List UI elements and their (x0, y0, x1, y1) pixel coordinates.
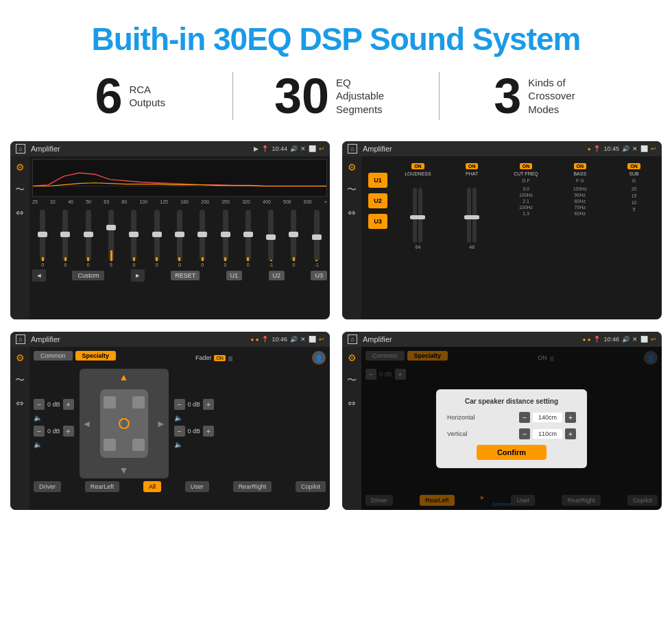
volume-icon-dialog[interactable]: 🔊 (622, 336, 629, 343)
screen-icon[interactable]: ⬜ (309, 145, 316, 152)
eq-slider-10[interactable]: 0 (245, 210, 251, 267)
confirm-button[interactable]: Confirm (477, 445, 547, 460)
home-icon-amp[interactable]: ⌂ (348, 144, 357, 154)
db-minus-fr[interactable]: − (174, 399, 185, 410)
play-icon[interactable]: ▶ (254, 145, 259, 152)
expand-icon-fader[interactable]: ⇔ (16, 398, 24, 409)
user-btn[interactable]: User (185, 481, 209, 492)
arrow-more-icon[interactable]: » (324, 199, 327, 204)
eq-slider-5[interactable]: 0 (131, 210, 136, 267)
back-icon-fader[interactable]: ↩ (319, 336, 324, 343)
copilot-btn[interactable]: Copilot (296, 481, 326, 492)
eq-slider-8[interactable]: 0 (200, 210, 205, 267)
on-badge-loudness: ON (411, 163, 424, 169)
db-plus-rr[interactable]: + (203, 426, 214, 437)
driver-btn[interactable]: Driver (34, 481, 61, 492)
db-minus-fl[interactable]: − (34, 399, 45, 410)
eq-custom-btn[interactable]: Custom (72, 271, 104, 280)
home-icon[interactable]: ⌂ (16, 144, 25, 154)
db-control-rl: − 0 dB + (34, 426, 74, 437)
eq-slider-4[interactable]: 5 (108, 210, 114, 267)
eq-icon-amp[interactable]: ⚙ (348, 162, 357, 173)
u2-btn[interactable]: U2 (368, 193, 387, 208)
close-icon-amp[interactable]: ✕ (632, 145, 638, 152)
eq-u3-btn[interactable]: U3 (311, 271, 327, 280)
dialog-screen-title: Amplifier (363, 335, 580, 343)
db-plus-rl[interactable]: + (63, 426, 74, 437)
eq-slider-3[interactable]: 0 (86, 210, 91, 267)
back-icon-amp[interactable]: ↩ (651, 145, 656, 152)
horizontal-plus-btn[interactable]: + (565, 412, 576, 423)
screen-icon-dialog[interactable]: ⬜ (640, 336, 648, 343)
home-icon-dialog[interactable]: ⌂ (348, 334, 357, 344)
wave-icon-dialog[interactable]: 〜 (347, 374, 357, 387)
amp-sidebar: ⚙ 〜 ⇔ (342, 156, 361, 319)
eq-slider-1[interactable]: 0 (40, 210, 45, 267)
wave-icon[interactable]: 〜 (15, 184, 25, 196)
db-minus-rr[interactable]: − (174, 426, 185, 437)
eq-icon-dialog[interactable]: ⚙ (348, 352, 357, 363)
eq-slider-13[interactable]: -1 (314, 210, 320, 267)
eq-u1-btn[interactable]: U1 (226, 271, 243, 280)
arrow-right[interactable]: ► (156, 418, 166, 429)
eq-status-bar: ⌂ Amplifier ▶ 📍 10:44 🔊 ✕ ⬜ ↩ (10, 141, 330, 156)
close-icon-dialog[interactable]: ✕ (632, 336, 638, 343)
eq-slider-6[interactable]: 0 (154, 210, 160, 267)
eq-slider-9[interactable]: 0 (223, 210, 228, 267)
eq-back-btn[interactable]: ◄ (32, 269, 46, 282)
eq-u2-btn[interactable]: U2 (269, 271, 285, 280)
arrow-up[interactable]: ▲ (119, 371, 129, 382)
eq-slider-11[interactable]: -1 (268, 210, 274, 267)
close-icon-fader[interactable]: ✕ (300, 336, 306, 343)
amp-content-wrap: ⚙ 〜 ⇔ U1 U2 U3 ON LOUDNESS (342, 156, 662, 319)
close-icon[interactable]: ✕ (300, 145, 306, 152)
tab-specialty[interactable]: Specialty (75, 351, 117, 361)
db-minus-rl[interactable]: − (34, 426, 45, 437)
eq-icon[interactable]: ⚙ (16, 162, 25, 173)
db-plus-fl[interactable]: + (63, 399, 74, 410)
eq-icon-fader[interactable]: ⚙ (16, 352, 25, 363)
expand-icon[interactable]: ⇔ (16, 207, 24, 218)
arrow-down[interactable]: ▼ (119, 465, 129, 476)
eq-slider-7[interactable]: 0 (177, 210, 182, 267)
wave-icon-fader[interactable]: 〜 (15, 374, 25, 387)
tab-common[interactable]: Common (34, 351, 73, 361)
back-icon-dialog[interactable]: ↩ (651, 336, 656, 343)
volume-icon-fader[interactable]: 🔊 (290, 336, 298, 343)
db-plus-fr[interactable]: + (203, 399, 214, 410)
fader-screen: ⌂ Amplifier ● ● 📍 10:46 🔊 ✕ ⬜ ↩ ⚙ 〜 ⇔ (10, 332, 330, 510)
channel-bass: ON BASS F G 100Hz 90Hz 80Hz 70Hz 60Hz (556, 163, 603, 234)
on-badge-sub: ON (627, 163, 640, 169)
stats-row: 6 RCAOutputs 30 EQ AdjustableSegments 3 … (27, 71, 645, 121)
dialog-status-icons: 📍 10:46 🔊 ✕ ⬜ ↩ (593, 336, 656, 343)
u1-btn[interactable]: U1 (368, 173, 387, 188)
eq-reset-btn[interactable]: RESET (171, 271, 200, 280)
u3-btn[interactable]: U3 (368, 214, 387, 229)
all-btn[interactable]: All (143, 481, 161, 492)
volume-icon[interactable]: 🔊 (290, 145, 298, 152)
seat-fr (132, 396, 145, 409)
eq-slider-2[interactable]: 0 (62, 210, 68, 267)
arrow-left[interactable]: ◄ (82, 418, 92, 429)
seat-rl (104, 439, 116, 451)
expand-icon-dialog[interactable]: ⇔ (348, 398, 356, 409)
expand-icon-amp[interactable]: ⇔ (348, 207, 356, 218)
phat-slider2[interactable] (472, 188, 477, 243)
avatar-icon[interactable]: 👤 (312, 351, 326, 365)
loudness-slider2[interactable] (418, 188, 422, 243)
volume-icon-amp[interactable]: 🔊 (622, 145, 629, 152)
screen-icon-amp[interactable]: ⬜ (640, 145, 648, 152)
rear-left-btn[interactable]: RearLeft (85, 481, 120, 492)
eq-slider-12[interactable]: 0 (291, 210, 296, 267)
vertical-plus-btn[interactable]: + (565, 428, 576, 439)
horizontal-minus-btn[interactable]: − (519, 412, 530, 423)
fader-main: Common Specialty Fader ON ||| 👤 (29, 347, 330, 510)
home-icon-fader[interactable]: ⌂ (16, 334, 25, 344)
wave-icon-amp[interactable]: 〜 (347, 184, 357, 196)
vertical-minus-btn[interactable]: − (519, 428, 530, 439)
vertical-value: 110cm (533, 429, 562, 439)
rear-right-btn[interactable]: RearRight (233, 481, 272, 492)
back-icon[interactable]: ↩ (319, 145, 324, 152)
screen-icon-fader[interactable]: ⬜ (309, 336, 316, 343)
eq-forward-btn[interactable]: ► (131, 269, 145, 282)
